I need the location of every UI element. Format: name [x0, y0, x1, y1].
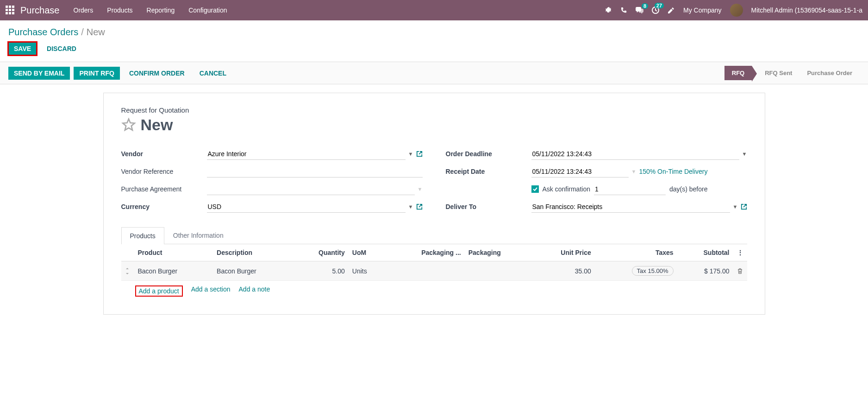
nav-orders[interactable]: Orders: [74, 6, 94, 14]
cancel-button[interactable]: Cancel: [194, 67, 232, 80]
add-section-link[interactable]: Add a section: [191, 285, 231, 297]
order-deadline-field[interactable]: [531, 148, 739, 160]
stage-indicator: RFQ RFQ Sent Purchase Order: [724, 66, 860, 80]
deliver-external-link-icon[interactable]: [741, 203, 747, 210]
messages-icon[interactable]: 8: [636, 7, 643, 14]
add-row: Add a product Add a section Add a note: [121, 281, 747, 301]
print-rfq-button[interactable]: Print RFQ: [74, 67, 119, 80]
stage-rfq[interactable]: RFQ: [724, 66, 752, 80]
cell-packaging-qty[interactable]: [386, 261, 465, 281]
delete-row-icon[interactable]: [733, 261, 747, 281]
deadline-caret-icon[interactable]: ▼: [742, 151, 747, 157]
form-subtitle: Request for Quotation: [121, 106, 747, 114]
apps-icon[interactable]: [6, 6, 15, 15]
label-order-deadline: Order Deadline: [446, 150, 531, 158]
user-menu[interactable]: Mitchell Admin (15369054-saas-15-1-a: [751, 6, 862, 14]
th-product[interactable]: Product: [134, 244, 213, 261]
deliver-to-field[interactable]: [531, 201, 730, 213]
label-deliver-to: Deliver To: [446, 203, 531, 210]
cell-unit-price[interactable]: 35.00: [531, 261, 595, 281]
add-product-link[interactable]: Add a product: [139, 287, 179, 295]
label-receipt-date: Receipt Date: [446, 168, 531, 175]
cell-packaging[interactable]: [465, 261, 531, 281]
nav-configuration[interactable]: Configuration: [188, 6, 227, 14]
receipt-caret-icon[interactable]: ▼: [631, 169, 637, 174]
label-currency: Currency: [121, 203, 207, 210]
discard-button[interactable]: Discard: [41, 42, 82, 55]
tab-products[interactable]: Products: [121, 227, 164, 244]
stage-purchase-order[interactable]: Purchase Order: [799, 66, 860, 80]
top-nav: Purchase Orders Products Reporting Confi…: [0, 0, 868, 20]
currency-caret-icon[interactable]: ▼: [408, 204, 413, 209]
activity-icon[interactable]: 27: [652, 6, 659, 14]
th-description[interactable]: Description: [213, 244, 292, 261]
vendor-caret-icon[interactable]: ▼: [408, 151, 413, 157]
cell-uom[interactable]: Units: [349, 261, 386, 281]
breadcrumb-sep: /: [81, 27, 84, 38]
vendor-reference-field[interactable]: [207, 166, 423, 177]
breadcrumb: Purchase Orders / New: [0, 20, 868, 42]
form-sheet: Request for Quotation New Vendor ▼: [103, 93, 765, 315]
ask-confirmation-label: Ask confirmation: [543, 185, 590, 193]
cell-product[interactable]: Bacon Burger: [134, 261, 213, 281]
send-email-button[interactable]: Send by Email: [8, 67, 70, 80]
purchase-agreement-field[interactable]: [207, 184, 415, 195]
activity-badge: 27: [655, 3, 664, 8]
th-uom[interactable]: UoM: [349, 244, 386, 261]
product-table: Product Description Quantity UoM Packagi…: [121, 244, 747, 281]
company-selector[interactable]: My Company: [683, 6, 721, 14]
table-row[interactable]: Bacon Burger Bacon Burger 5.00 Units 35.…: [121, 261, 747, 281]
tools-icon[interactable]: [668, 6, 675, 14]
cell-description[interactable]: Bacon Burger: [213, 261, 292, 281]
tabs: Products Other Information: [121, 227, 747, 244]
breadcrumb-parent[interactable]: Purchase Orders: [8, 27, 78, 38]
star-icon[interactable]: [121, 118, 136, 133]
th-options-icon[interactable]: ⋮: [733, 244, 747, 261]
deliver-caret-icon[interactable]: ▼: [733, 204, 738, 209]
messages-badge: 8: [642, 3, 648, 9]
nav-reporting[interactable]: Reporting: [147, 6, 175, 14]
breadcrumb-current: New: [87, 27, 105, 38]
phone-icon[interactable]: [620, 7, 627, 14]
receipt-date-field[interactable]: [531, 166, 629, 177]
add-note-link[interactable]: Add a note: [239, 285, 270, 297]
status-bar: Send by Email Print RFQ Confirm Order Ca…: [0, 62, 868, 84]
action-row: Save Discard: [0, 42, 868, 62]
th-packaging-qty[interactable]: Packaging ...: [386, 244, 465, 261]
save-button[interactable]: Save: [8, 42, 37, 55]
form-title: New: [141, 116, 173, 134]
app-title[interactable]: Purchase: [20, 5, 60, 16]
tab-other-information[interactable]: Other Information: [164, 227, 232, 244]
nav-products[interactable]: Products: [107, 6, 132, 14]
label-vendor: Vendor: [121, 150, 207, 158]
confirm-order-button[interactable]: Confirm Order: [124, 67, 190, 80]
on-time-delivery-link[interactable]: 150% On-Time Delivery: [639, 168, 707, 175]
vendor-external-link-icon[interactable]: [416, 151, 423, 157]
th-unit-price[interactable]: Unit Price: [531, 244, 595, 261]
cell-quantity[interactable]: 5.00: [292, 261, 349, 281]
th-taxes[interactable]: Taxes: [595, 244, 677, 261]
days-before-label: day(s) before: [669, 185, 707, 193]
vendor-field[interactable]: [207, 148, 406, 160]
agreement-caret-icon[interactable]: ▼: [418, 186, 423, 192]
nav-menu: Orders Products Reporting Configuration: [74, 6, 605, 14]
th-quantity[interactable]: Quantity: [292, 244, 349, 261]
drag-handle-icon[interactable]: [121, 261, 134, 281]
label-purchase-agreement: Purchase Agreement: [121, 185, 207, 193]
stage-rfq-sent[interactable]: RFQ Sent: [757, 66, 799, 80]
th-subtotal[interactable]: Subtotal: [677, 244, 733, 261]
cell-subtotal: $ 175.00: [677, 261, 733, 281]
avatar[interactable]: [730, 4, 743, 17]
days-before-field[interactable]: [594, 184, 666, 195]
label-vendor-ref: Vendor Reference: [121, 168, 207, 175]
bug-icon[interactable]: [605, 6, 612, 14]
currency-field[interactable]: [207, 201, 406, 213]
currency-external-link-icon[interactable]: [416, 203, 423, 210]
ask-confirmation-checkbox[interactable]: [531, 185, 539, 193]
tax-badge[interactable]: Tax 15.00%: [632, 266, 674, 276]
th-packaging[interactable]: Packaging: [465, 244, 531, 261]
cell-taxes[interactable]: Tax 15.00%: [595, 261, 677, 281]
